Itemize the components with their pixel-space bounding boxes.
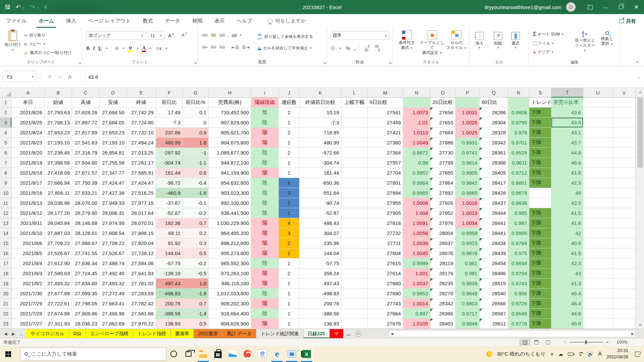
cell-G3[interactable]: 0: [183, 118, 209, 128]
sort-filter-button[interactable]: AZ▼ 並べ替えとフィルター ▼: [573, 31, 597, 53]
cell-I8[interactable]: 陽: [251, 168, 279, 178]
tab-help[interactable]: ヘルプ: [230, 14, 258, 28]
cell-F14[interactable]: 68.11: [156, 228, 183, 238]
cell-M6[interactable]: 27364: [368, 148, 403, 158]
cell-C15[interactable]: 27,888.87: [72, 238, 100, 248]
sheet-overflow-dots[interactable]: ...: [343, 329, 353, 338]
cell-P16[interactable]: 0.9876: [455, 248, 480, 258]
number-format-select[interactable]: 標準▼: [330, 31, 389, 40]
cell-R10[interactable]: 0.9679: [508, 188, 529, 198]
cell-S18[interactable]: 下降: [529, 268, 551, 279]
cell-K8[interactable]: 161.44: [300, 168, 341, 178]
cell-G21[interactable]: 0.7: [183, 299, 209, 309]
cell-V11[interactable]: [613, 198, 636, 208]
cell-I23[interactable]: 陽: [251, 319, 279, 329]
cell-J7[interactable]: 1: [279, 158, 300, 168]
cell-D16[interactable]: 27,526.67: [100, 248, 127, 258]
cell-L13[interactable]: [341, 218, 368, 228]
row-header-10[interactable]: 10: [0, 188, 12, 198]
cell-D9[interactable]: 27,424.47: [100, 178, 127, 188]
taskbar-search-input[interactable]: ここに入力して検索: [20, 347, 166, 361]
sheet-tab-8[interactable]: トレンド統計関連: [256, 329, 303, 338]
cell-T21[interactable]: 46.4: [551, 299, 583, 309]
cell-E3[interactable]: 27,724.80: [127, 118, 156, 128]
cell-M14[interactable]: 27732: [368, 228, 403, 238]
cell-S2[interactable]: 下降: [529, 108, 551, 118]
cell-A6[interactable]: 2021/8/20: [12, 148, 45, 158]
cell-N16[interactable]: 1.0045: [403, 248, 430, 258]
align-left-icon[interactable]: [202, 46, 208, 49]
cell-B18[interactable]: 27,580.03: [45, 268, 72, 279]
cell-B8[interactable]: 27,418.08: [45, 168, 72, 178]
cell-K16[interactable]: 144.04: [300, 248, 341, 258]
cell-C17[interactable]: 27,636.34: [72, 258, 100, 268]
cell-J5[interactable]: 1: [279, 138, 300, 148]
cell-N17[interactable]: 0.9989: [403, 258, 430, 268]
row-header-6[interactable]: 6: [0, 148, 12, 158]
vertical-scrollbar-thumb[interactable]: [637, 97, 643, 168]
row-header-22[interactable]: 22: [0, 309, 12, 319]
cell-C10[interactable]: 27,833.21: [72, 188, 100, 198]
cell-U4[interactable]: [583, 128, 613, 138]
cell-B6[interactable]: 27,238.45: [45, 148, 72, 158]
increase-decimal-icon[interactable]: ←.0.00: [364, 45, 370, 52]
header-cell-U1[interactable]: [583, 98, 613, 108]
zoom-slider[interactable]: [570, 342, 603, 343]
cell-E13[interactable]: 28,070.51: [127, 218, 156, 228]
cell-E21[interactable]: 27,782.42: [127, 299, 156, 309]
row-header-12[interactable]: 12: [0, 208, 12, 218]
cell-F20[interactable]: -498.83: [156, 289, 183, 299]
cell-Q16[interactable]: 28439: [480, 248, 508, 258]
row-header-19[interactable]: 19: [0, 279, 12, 289]
cell-S20[interactable]: 下降: [529, 289, 551, 299]
cell-J2[interactable]: 2: [279, 108, 300, 118]
cell-H18[interactable]: 873,263,100: [209, 268, 251, 279]
header-cell-J1[interactable]: 連続数: [279, 98, 300, 108]
sheet-tab-4[interactable]: トレンド指標: [133, 329, 171, 338]
cell-R21[interactable]: 0.9726: [508, 299, 529, 309]
cell-P13[interactable]: 1.0034: [455, 218, 480, 228]
column-header-N[interactable]: N: [403, 88, 430, 98]
cell-N10[interactable]: 0.9865: [403, 188, 430, 198]
cell-B2[interactable]: 27,793.63: [45, 108, 72, 118]
cell-O6[interactable]: 27730: [430, 148, 455, 158]
cell-S17[interactable]: 下降: [529, 258, 551, 268]
cell-F15[interactable]: 91.92: [156, 238, 183, 248]
cell-T5[interactable]: 42.7: [551, 138, 583, 148]
cell-F8[interactable]: 161.44: [156, 168, 183, 178]
column-header-P[interactable]: P: [455, 88, 480, 98]
cell-D11[interactable]: 27,949.33: [100, 198, 127, 208]
row-header-4[interactable]: 4: [0, 128, 12, 138]
column-header-S[interactable]: S: [529, 88, 551, 98]
cell-V6[interactable]: [613, 148, 636, 158]
enter-icon[interactable]: ✓: [58, 74, 62, 80]
cell-M17[interactable]: 27615: [368, 258, 403, 268]
cell-I6[interactable]: 陰: [251, 148, 279, 158]
cell-D19[interactable]: 27,493.32: [100, 279, 127, 289]
align-right-icon[interactable]: [219, 46, 225, 49]
cell-F19[interactable]: 497.43: [156, 279, 183, 289]
cell-P14[interactable]: 0.9959: [455, 228, 480, 238]
cell-O2[interactable]: 27656: [430, 108, 455, 118]
zoom-level[interactable]: 100%: [616, 340, 628, 345]
cell-P9[interactable]: 0.9842: [455, 178, 480, 188]
cell-C19[interactable]: 27,834.60: [72, 279, 100, 289]
cell-G11[interactable]: -0.1: [183, 198, 209, 208]
cell-F13[interactable]: 182.36: [156, 218, 183, 228]
column-header-J[interactable]: J: [279, 88, 300, 98]
cell-G22[interactable]: -1.4: [183, 309, 209, 319]
cell-V10[interactable]: [613, 188, 636, 198]
cell-D20[interactable]: 27,272.49: [100, 289, 127, 299]
atmenu-app-button[interactable]: @menu: [255, 346, 270, 362]
cell-A22[interactable]: 2021/7/28: [12, 309, 45, 319]
cell-M21[interactable]: 27743: [368, 299, 403, 309]
cell-E20[interactable]: 27,283.59: [127, 289, 156, 299]
cell-L16[interactable]: [341, 248, 368, 258]
column-header-A[interactable]: A: [12, 88, 45, 98]
cell-V8[interactable]: [613, 168, 636, 178]
cell-O12[interactable]: 27952: [430, 208, 455, 218]
cell-A20[interactable]: 2021/7/30: [12, 289, 45, 299]
cell-U7[interactable]: [583, 158, 613, 168]
cell-B7[interactable]: 27,398.58: [45, 158, 72, 168]
cell-J22[interactable]: 1: [279, 309, 300, 319]
